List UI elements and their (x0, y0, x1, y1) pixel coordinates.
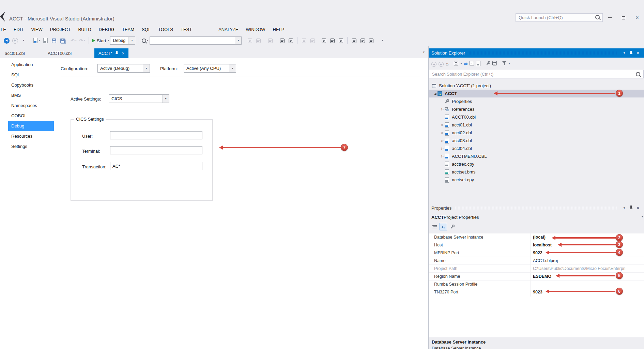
forward-icon[interactable] (439, 61, 444, 67)
nav-item-namespaces[interactable]: Namespaces (8, 101, 54, 111)
nav-item-sql[interactable]: SQL (8, 70, 54, 80)
active-settings-combo[interactable]: CICS (109, 94, 169, 103)
tree-row-acctset-cpy[interactable]: acctset.cpy (429, 176, 644, 184)
find-next-icon[interactable] (246, 36, 254, 45)
undo-icon[interactable] (70, 36, 77, 45)
window-position-dropdown-icon[interactable] (621, 51, 628, 55)
nav-item-copybooks[interactable]: Copybooks (8, 80, 54, 90)
tab-acct00[interactable]: ACCT00.cbl (44, 48, 76, 58)
solution-explorer-search[interactable] (429, 70, 644, 78)
navigate-backward-icon[interactable] (3, 36, 10, 45)
restore-button[interactable] (618, 13, 629, 22)
properties-icon[interactable] (486, 61, 490, 66)
search-icon[interactable] (595, 15, 600, 20)
close-button[interactable] (631, 13, 643, 22)
property-pages-icon[interactable] (448, 223, 456, 230)
chevron-down-icon[interactable] (162, 95, 169, 103)
solution-search-input[interactable] (429, 72, 636, 77)
alphabetical-icon[interactable] (440, 223, 447, 230)
home-icon[interactable] (446, 61, 448, 66)
edit-pencil-icon[interactable] (266, 36, 274, 45)
property-value[interactable]: ESDEMO (533, 273, 643, 280)
window-split-icon[interactable] (350, 36, 358, 45)
chevron-down-icon[interactable] (642, 215, 643, 218)
collapse-all-icon[interactable] (470, 61, 474, 66)
pin-icon[interactable] (628, 51, 634, 56)
tree-row-acctset-bms[interactable]: acctset.bms (429, 168, 644, 176)
chevron-down-icon[interactable] (128, 37, 135, 44)
tree-row-acct02[interactable]: acct02.cbl (429, 129, 644, 137)
property-value[interactable]: 9023 (533, 288, 643, 296)
user-field[interactable] (110, 131, 202, 139)
nav-item-cobol[interactable]: COBOL (8, 111, 54, 121)
menu-analyze[interactable]: ANALYZE (215, 27, 242, 32)
tree-row-acct01[interactable]: acct01.cbl (429, 121, 644, 129)
tree-row-properties[interactable]: Properties (429, 97, 644, 105)
chevron-down-icon[interactable] (229, 64, 236, 72)
chevron-down-icon[interactable] (143, 64, 150, 72)
expander-collapsed-icon[interactable] (440, 139, 445, 142)
user-input[interactable] (110, 132, 202, 139)
toolbar-options-dropdown-icon[interactable] (379, 36, 386, 45)
properties-object-selector[interactable]: ACCT Project Properties (429, 214, 644, 221)
pin-icon[interactable] (115, 51, 119, 55)
nav-item-application[interactable]: Application (8, 60, 54, 70)
nav-item-debug[interactable]: Debug (8, 121, 54, 131)
uncomment-icon[interactable] (328, 36, 336, 45)
navigation-history-dropdown-icon[interactable] (20, 36, 27, 45)
tree-row-solution[interactable]: Solution 'ACCT' (1 project) (429, 82, 644, 90)
close-panel-icon[interactable] (634, 206, 641, 210)
expander-collapsed-icon[interactable] (440, 132, 445, 134)
menu-edit[interactable]: EDIT (10, 27, 28, 32)
menu-window[interactable]: WINDOW (242, 27, 269, 32)
tree-row-acctrec[interactable]: acctrec.cpy (429, 160, 644, 168)
tab-acct-properties[interactable]: ACCT* (94, 48, 128, 58)
pin-icon[interactable] (628, 206, 634, 210)
start-debugging-button[interactable]: Start (92, 36, 109, 45)
drag-grip[interactable] (455, 207, 617, 210)
close-tab-icon[interactable] (122, 51, 124, 56)
categorized-icon[interactable] (431, 223, 438, 230)
expander-collapsed-icon[interactable] (440, 147, 445, 150)
solution-explorer-header[interactable]: Solution Explorer (429, 48, 644, 58)
save-icon[interactable] (50, 36, 58, 45)
minimize-button[interactable] (604, 13, 616, 22)
filter-dropdown-icon[interactable] (508, 62, 510, 65)
expander-collapsed-icon[interactable] (440, 124, 445, 126)
new-file-icon[interactable] (33, 36, 41, 45)
tree-row-acctmenu[interactable]: ACCTMENU.CBL (429, 152, 644, 160)
window-position-dropdown-icon[interactable] (621, 207, 628, 210)
find-icon[interactable] (141, 36, 149, 45)
menu-help[interactable]: HELP (269, 27, 288, 32)
search-icon[interactable] (636, 72, 640, 76)
configuration-combo[interactable]: Active (Debug) (97, 64, 150, 73)
menu-team[interactable]: TEAM (118, 27, 138, 32)
property-value[interactable]: ACCT.cblproj (533, 257, 643, 264)
expander-collapsed-icon[interactable] (440, 155, 445, 158)
quick-launch-box[interactable] (516, 13, 603, 22)
find-combo[interactable] (150, 36, 242, 45)
tree-row-acct00[interactable]: ACCT00.cbl (429, 113, 644, 121)
menu-build[interactable]: BUILD (74, 27, 95, 32)
filter-icon[interactable] (502, 61, 506, 66)
properties-panel-header[interactable]: Properties (429, 203, 644, 212)
navigate-forward-icon[interactable] (11, 36, 19, 45)
add-item-icon[interactable] (42, 36, 49, 45)
paste-icon[interactable] (309, 36, 316, 45)
tab-overflow-dropdown-icon[interactable] (423, 51, 425, 54)
copy-icon[interactable] (300, 36, 308, 45)
nav-item-settings[interactable]: Settings (8, 141, 54, 152)
show-all-files-icon[interactable] (476, 61, 480, 67)
menu-tools[interactable]: TOOLS (154, 27, 177, 32)
menu-view[interactable]: VIEW (28, 27, 46, 32)
window-dock-icon[interactable] (367, 36, 375, 45)
tree-row-acct03[interactable]: acct03.cbl (429, 137, 644, 145)
menu-sql[interactable]: SQL (138, 27, 154, 32)
menu-debug[interactable]: DEBUG (95, 27, 118, 32)
transaction-field[interactable] (110, 162, 202, 170)
menu-test[interactable]: TEST (177, 27, 196, 32)
sync-with-active-document-icon[interactable] (464, 62, 467, 66)
terminal-input[interactable] (110, 147, 202, 154)
preview-icon[interactable] (492, 61, 497, 66)
menu-project[interactable]: PROJECT (46, 27, 75, 32)
